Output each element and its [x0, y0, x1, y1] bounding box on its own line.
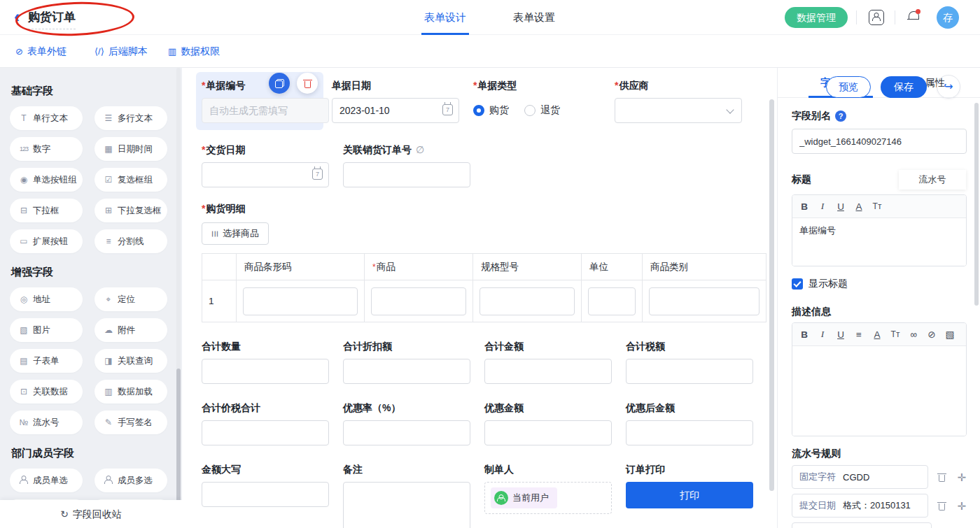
doc-number-input[interactable]: [202, 98, 329, 123]
field-total-quantity[interactable]: 合计数量: [202, 339, 329, 384]
insert-image-button[interactable]: ▧: [941, 329, 959, 340]
field-supplier[interactable]: *供应商: [615, 78, 742, 123]
delete-field-button[interactable]: [297, 73, 318, 94]
after-discount-amount-input[interactable]: [626, 420, 753, 445]
total-amount-input[interactable]: [484, 359, 612, 384]
font-size-button[interactable]: Tт: [868, 201, 886, 211]
unit-input[interactable]: [588, 287, 636, 315]
field-creator[interactable]: 制单人 当前用户: [484, 462, 612, 514]
sidebar-item-number[interactable]: 123数字: [10, 137, 83, 161]
align-button[interactable]: ≡: [850, 329, 868, 340]
field-related-sales-order[interactable]: 关联销货订单号∅: [343, 143, 470, 187]
sidebar-item-address[interactable]: ◎地址: [10, 287, 83, 311]
link-button[interactable]: ∞: [904, 329, 923, 340]
field-purchase-detail[interactable]: *购货明细 ☰选择商品 商品条形码 *商品 规格型号 单位 商品类别 1: [202, 201, 777, 322]
sidebar-scrollbar[interactable]: [176, 68, 181, 528]
delete-rule-icon[interactable]: [938, 473, 946, 482]
sidebar-item-attachment[interactable]: ☁附件: [94, 318, 167, 342]
discount-amount-input[interactable]: [484, 420, 612, 445]
scrollbar-thumb[interactable]: [769, 99, 774, 491]
font-color-button[interactable]: A: [868, 329, 886, 340]
field-doc-date[interactable]: 单据日期 7: [332, 78, 459, 123]
show-title-row[interactable]: 显示标题: [792, 278, 966, 290]
total-discount-input[interactable]: [343, 359, 470, 384]
tab-form-design[interactable]: 表单设计: [421, 0, 469, 35]
field-after-discount-amount[interactable]: 优惠后金额: [626, 401, 753, 445]
form-external-link[interactable]: ⊘表单外链: [15, 35, 66, 68]
delete-rule-icon[interactable]: [938, 501, 946, 511]
field-doc-type[interactable]: *单据类型 购货 退货: [473, 78, 601, 123]
sidebar-item-radio-group[interactable]: ◉单选按钮组: [10, 168, 83, 192]
delivery-date-input[interactable]: [202, 162, 329, 187]
sidebar-item-single-line-text[interactable]: T单行文本: [10, 106, 83, 130]
field-discount-rate[interactable]: 优惠率（%）: [343, 401, 470, 445]
total-with-tax-input[interactable]: [202, 420, 329, 445]
sidebar-item-divider-line[interactable]: ≡分割线: [94, 229, 167, 253]
field-total-discount[interactable]: 合计折扣额: [343, 339, 470, 384]
serial-rule-fixed-chars[interactable]: 固定字符 CGDD ✛: [792, 465, 966, 489]
sidebar-item-image[interactable]: ▧图片: [10, 318, 83, 342]
sidebar-item-multi-line-text[interactable]: ☰多行文本: [94, 106, 167, 130]
help-icon[interactable]: ?: [835, 110, 846, 122]
show-title-checkbox-checked[interactable]: [792, 278, 803, 290]
sidebar-item-dropdown[interactable]: ⊟下拉框: [10, 199, 83, 222]
sidebar-item-member-single[interactable]: 成员单选: [10, 469, 83, 492]
category-input[interactable]: [649, 287, 760, 315]
remark-textarea[interactable]: [343, 482, 470, 528]
tab-form-settings[interactable]: 表单设置: [510, 0, 558, 35]
save-button[interactable]: 保存: [881, 76, 927, 98]
font-color-button[interactable]: A: [850, 201, 868, 212]
field-order-print[interactable]: 订单打印 打印: [626, 462, 753, 508]
field-discount-amount[interactable]: 优惠金额: [484, 401, 612, 445]
field-remark[interactable]: 备注: [343, 462, 470, 528]
move-rule-icon[interactable]: ✛: [957, 501, 966, 511]
sidebar-item-linked-query[interactable]: ◨关联查询: [94, 349, 167, 373]
scrollbar-thumb[interactable]: [974, 103, 979, 306]
radio-purchase-checked[interactable]: [473, 105, 484, 116]
field-total-amount[interactable]: 合计金额: [484, 339, 612, 384]
panel-scrollbar[interactable]: [974, 103, 979, 522]
sidebar-item-member-multi[interactable]: 成员多选: [94, 469, 167, 492]
sidebar-item-multi-dropdown[interactable]: ⊞下拉复选框: [94, 199, 167, 222]
address-book-icon[interactable]: [869, 10, 884, 25]
rule-box[interactable]: 固定字符 CGDD: [792, 465, 928, 489]
select-product-button[interactable]: ☰选择商品: [202, 222, 269, 245]
backend-script-link[interactable]: ⟨/⟩后端脚本: [94, 35, 148, 68]
serial-rule-auto-count[interactable]: 自动计数 3位数字，不自... ✛: [792, 522, 966, 528]
field-alias-input[interactable]: [792, 129, 967, 154]
title-editor[interactable]: B I U A Tт 单据编号: [792, 194, 967, 266]
description-editor-content[interactable]: [792, 346, 966, 436]
product-input[interactable]: [371, 287, 466, 315]
field-delivery-date[interactable]: *交货日期 7: [202, 143, 329, 187]
serial-rule-submit-date[interactable]: 提交日期 格式：20150131 ✛: [792, 494, 966, 518]
creator-box[interactable]: 当前用户: [484, 482, 612, 514]
underline-button[interactable]: U: [832, 201, 850, 212]
copy-field-button[interactable]: [269, 73, 290, 94]
unlink-button[interactable]: ⊘: [923, 329, 941, 340]
field-amount-in-words[interactable]: 金额大写: [202, 462, 329, 507]
share-button[interactable]: ↪: [937, 75, 960, 99]
discount-rate-input[interactable]: [343, 420, 470, 445]
title-editor-content[interactable]: 单据编号: [792, 218, 966, 266]
bold-button[interactable]: B: [795, 201, 813, 212]
amount-in-words-input[interactable]: [202, 482, 329, 507]
field-total-with-tax[interactable]: 合计价税合计: [202, 401, 329, 445]
font-size-button[interactable]: Tт: [886, 329, 904, 339]
underline-button[interactable]: U: [832, 329, 850, 340]
sidebar-item-signature[interactable]: ✎手写签名: [94, 411, 167, 434]
canvas-scrollbar[interactable]: [769, 99, 774, 519]
data-permission-link[interactable]: ▥数据权限: [168, 35, 220, 68]
sidebar-item-datetime[interactable]: ▦日期时间: [94, 137, 167, 161]
current-user-tag[interactable]: 当前用户: [491, 487, 557, 508]
description-editor[interactable]: B I U ≡ A Tт ∞ ⊘ ▧: [792, 322, 967, 436]
rule-box[interactable]: 提交日期 格式：20150131: [792, 494, 928, 518]
sidebar-item-serial-number[interactable]: №流水号: [10, 411, 83, 434]
sidebar-item-data-load[interactable]: ▥数据加载: [94, 380, 167, 404]
user-avatar[interactable]: 存: [937, 6, 959, 29]
field-type-chip[interactable]: 流水号: [899, 170, 966, 190]
spec-model-input[interactable]: [479, 287, 575, 315]
total-tax-input[interactable]: [626, 359, 753, 384]
sidebar-item-linked-data[interactable]: ⊡关联数据: [10, 380, 83, 404]
sidebar-item-checkbox-group[interactable]: ☑复选框组: [94, 168, 167, 192]
italic-button[interactable]: I: [813, 201, 832, 212]
